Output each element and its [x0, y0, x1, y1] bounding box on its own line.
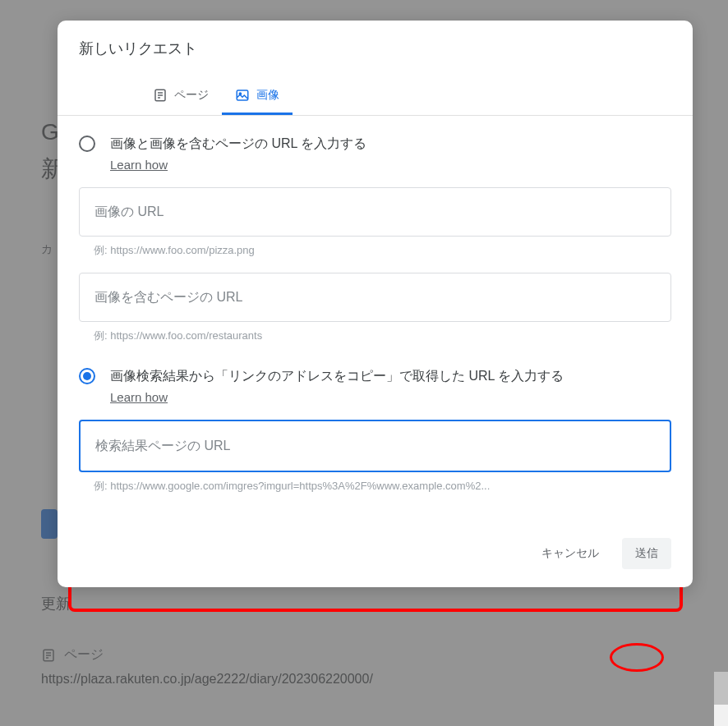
- modal-body: 画像と画像を含むページの URL を入力する Learn how 例: http…: [58, 116, 693, 508]
- submit-button[interactable]: 送信: [622, 538, 671, 569]
- scrollbar[interactable]: [714, 672, 728, 726]
- learn-how-link1[interactable]: Learn how: [110, 158, 168, 172]
- cancel-button[interactable]: キャンセル: [528, 538, 612, 569]
- page-url-input[interactable]: [79, 273, 671, 322]
- learn-how-link2[interactable]: Learn how: [110, 390, 168, 404]
- tabs-bar: ページ 画像: [58, 78, 693, 116]
- radio-option2[interactable]: [79, 368, 95, 384]
- modal-actions: キャンセル 送信: [58, 525, 693, 587]
- option2-label: 画像検索結果から「リンクのアドレスをコピー」で取得した URL を入力する: [110, 366, 671, 386]
- radio-option1[interactable]: [79, 136, 95, 152]
- image-icon: [235, 88, 250, 103]
- tab-image-label: 画像: [256, 88, 279, 103]
- option-image-and-page-url: 画像と画像を含むページの URL を入力する Learn how 例: http…: [79, 134, 671, 343]
- option1-label: 画像と画像を含むページの URL を入力する: [110, 134, 671, 154]
- new-request-modal: 新しいリクエスト ページ 画像 画像と画像を含むページの URL を入力する L…: [58, 21, 693, 587]
- tab-page-label: ページ: [174, 88, 209, 103]
- page-icon: [153, 88, 168, 103]
- radio-inner: [83, 372, 91, 380]
- modal-title: 新しいリクエスト: [58, 21, 693, 67]
- image-url-input[interactable]: [79, 187, 671, 237]
- option-search-result-url: 画像検索結果から「リンクのアドレスをコピー」で取得した URL を入力する Le…: [79, 366, 671, 494]
- search-result-url-input[interactable]: [79, 420, 671, 472]
- search-result-url-example: 例: https://www.google.com/imgres?imgurl=…: [79, 479, 671, 494]
- tab-page[interactable]: ページ: [140, 78, 222, 115]
- tab-image[interactable]: 画像: [222, 78, 293, 115]
- page-url-example: 例: https://www.foo.com/restaurants: [79, 329, 671, 343]
- scrollbar-thumb[interactable]: [714, 672, 728, 705]
- image-url-example: 例: https://www.foo.com/pizza.png: [79, 243, 671, 258]
